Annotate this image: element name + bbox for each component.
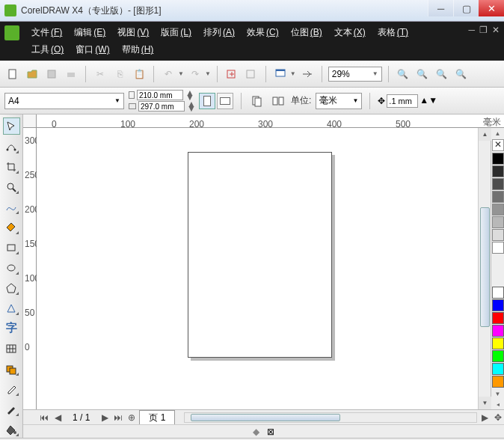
swatch[interactable] <box>492 287 504 299</box>
paper-size-combo[interactable]: A4▼ <box>4 93 124 109</box>
menu-table[interactable]: 表格(T) <box>372 24 414 41</box>
welcome-button[interactable] <box>299 66 316 82</box>
minimize-button[interactable]: ─ <box>428 0 453 16</box>
outline-indicator-icon[interactable]: ⊠ <box>267 427 274 437</box>
mdi-minimize[interactable]: ─ <box>468 25 475 35</box>
page-width-input[interactable] <box>137 90 183 100</box>
print-button[interactable] <box>63 66 79 82</box>
zoom-all-icon[interactable]: 🔍 <box>453 66 470 82</box>
interactive-tool[interactable] <box>3 360 20 377</box>
undo-button[interactable]: ↶ <box>160 66 176 82</box>
menu-layout[interactable]: 版面(L) <box>155 24 197 41</box>
app-launcher[interactable] <box>272 66 289 82</box>
open-button[interactable] <box>24 66 40 82</box>
page[interactable] <box>188 152 332 358</box>
text-tool[interactable]: 字 <box>3 320 20 337</box>
landscape-button[interactable] <box>217 93 233 109</box>
swatch[interactable] <box>492 153 504 165</box>
ruler-corner[interactable] <box>23 114 37 128</box>
unit-combo[interactable]: 毫米▼ <box>316 93 362 109</box>
palette-up[interactable]: ▲ <box>491 128 504 138</box>
fill-indicator-icon[interactable]: ◆ <box>253 427 259 437</box>
palette-down[interactable]: ▼ <box>491 388 504 399</box>
page-height-input[interactable] <box>138 101 185 111</box>
eyedropper-tool[interactable] <box>3 380 20 397</box>
cut-button[interactable]: ✂ <box>92 66 108 82</box>
export-button[interactable] <box>243 66 259 82</box>
pick-tool[interactable] <box>3 117 20 135</box>
swatch[interactable] <box>492 325 504 337</box>
smart-fill-tool[interactable] <box>3 219 20 236</box>
fill-tool[interactable] <box>3 421 20 438</box>
copy-button[interactable]: ⎘ <box>111 66 128 82</box>
shape-tool[interactable] <box>3 138 20 155</box>
zoom-tool[interactable] <box>3 178 20 195</box>
swatch[interactable] <box>492 178 504 190</box>
close-button[interactable]: ✕ <box>479 0 504 16</box>
titlebar[interactable]: CorelDRAW X4（专业版）- [图形1] ─ ▢ ✕ <box>0 0 504 22</box>
menu-view[interactable]: 视图(V) <box>111 24 155 41</box>
swatch[interactable] <box>492 376 504 388</box>
swatch[interactable] <box>492 299 504 311</box>
portrait-button[interactable] <box>199 93 215 109</box>
save-button[interactable] <box>43 66 60 82</box>
import-button[interactable] <box>224 66 240 82</box>
zoom-page-icon[interactable]: 🔍 <box>434 66 450 82</box>
new-button[interactable] <box>4 66 21 82</box>
mdi-close[interactable]: ✕ <box>492 25 500 35</box>
vertical-scrollbar[interactable]: ▲ ▼ <box>478 128 491 409</box>
hscroll-right[interactable]: ▶ <box>479 412 491 423</box>
ruler-vertical[interactable]: 300 250 200 150 100 50 0 <box>23 128 37 409</box>
freehand-tool[interactable] <box>3 198 20 216</box>
menu-arrange[interactable]: 排列(A) <box>197 24 241 41</box>
next-page[interactable]: ▶ <box>99 412 111 423</box>
menu-tools[interactable]: 工具(O) <box>25 41 70 58</box>
swatch[interactable] <box>492 337 504 349</box>
swatch[interactable] <box>492 165 504 177</box>
swatch[interactable] <box>492 242 504 254</box>
menu-bitmaps[interactable]: 位图(B) <box>285 24 328 41</box>
menu-file[interactable]: 文件(F) <box>25 24 68 41</box>
table-tool[interactable] <box>3 340 20 357</box>
vscroll-thumb[interactable] <box>480 207 490 327</box>
zoom-in-icon[interactable]: 🔍 <box>395 66 411 82</box>
menu-edit[interactable]: 编辑(E) <box>68 24 111 41</box>
swatch[interactable] <box>492 204 504 216</box>
crop-tool[interactable] <box>3 158 20 175</box>
basic-shapes-tool[interactable] <box>3 299 20 317</box>
menu-effects[interactable]: 效果(C) <box>241 24 285 41</box>
menu-text[interactable]: 文本(X) <box>328 24 372 41</box>
prev-page[interactable]: ◀ <box>52 412 64 423</box>
zoom-combo[interactable]: 29%▼ <box>328 67 382 82</box>
horizontal-scrollbar[interactable] <box>184 412 477 423</box>
redo-button[interactable]: ↷ <box>187 66 203 82</box>
ellipse-tool[interactable] <box>3 259 20 276</box>
menu-help[interactable]: 帮助(H) <box>116 41 160 58</box>
swatch[interactable] <box>492 363 504 375</box>
facing-pages-button[interactable] <box>270 93 286 109</box>
paste-button[interactable]: 📋 <box>131 66 147 82</box>
swatch[interactable] <box>492 216 504 228</box>
swatch[interactable] <box>492 229 504 241</box>
maximize-button[interactable]: ▢ <box>453 0 479 16</box>
nav-pan[interactable]: ✥ <box>492 412 504 423</box>
ruler-horizontal[interactable]: 0 100 200 300 400 500 毫米 <box>37 114 504 128</box>
swatch[interactable] <box>492 312 504 324</box>
swatch-none[interactable] <box>492 139 504 151</box>
swatch[interactable] <box>492 191 504 203</box>
palette-fly[interactable]: ◂ <box>491 399 504 409</box>
zoom-out-icon[interactable]: 🔍 <box>414 66 431 82</box>
add-page[interactable]: ⊕ <box>126 412 138 423</box>
mdi-restore[interactable]: ❐ <box>479 25 488 35</box>
pages-button[interactable] <box>249 93 265 109</box>
swatch[interactable] <box>492 350 504 362</box>
page-tab-1[interactable]: 页 1 <box>139 410 175 425</box>
nudge-input[interactable] <box>387 94 418 108</box>
first-page[interactable]: ⏮ <box>38 412 50 423</box>
drawing-canvas[interactable] <box>37 128 478 409</box>
rectangle-tool[interactable] <box>3 239 20 256</box>
polygon-tool[interactable] <box>3 279 20 296</box>
menu-window[interactable]: 窗口(W) <box>70 41 115 58</box>
outline-tool[interactable] <box>3 400 20 418</box>
last-page[interactable]: ⏭ <box>112 412 124 423</box>
